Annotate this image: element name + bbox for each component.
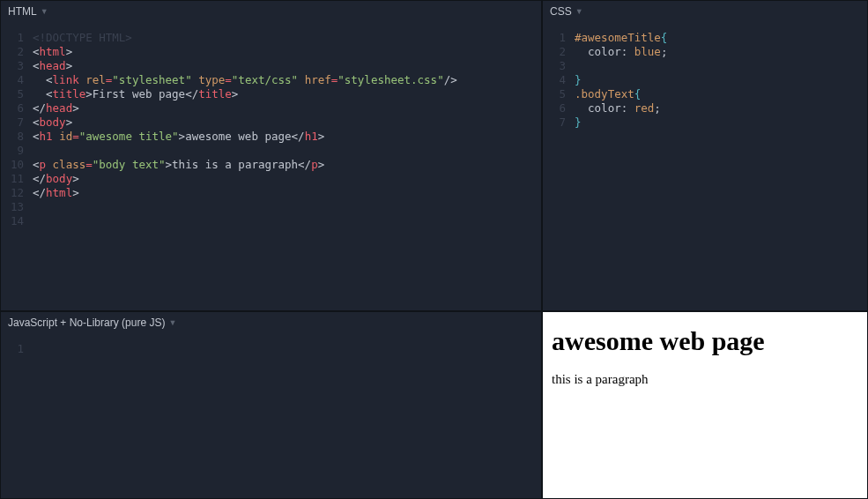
js-editor-pane: JavaScript + No-Library (pure JS) ▼ 1: [0, 311, 542, 499]
dropdown-icon: ▼: [41, 7, 48, 16]
js-code-area[interactable]: 1: [1, 333, 541, 498]
html-pane-header[interactable]: HTML ▼: [1, 1, 541, 22]
dropdown-icon: ▼: [575, 7, 583, 16]
js-pane-label: JavaScript + No-Library (pure JS): [8, 317, 165, 329]
css-editor-pane: CSS ▼ 1234567 #awesomeTitle{ color: blue…: [542, 0, 868, 311]
html-editor-pane: HTML ▼ 1234567891011121314 <!DOCTYPE HTM…: [0, 0, 542, 311]
html-pane-label: HTML: [8, 5, 37, 18]
html-code-area[interactable]: 1234567891011121314 <!DOCTYPE HTML><html…: [1, 22, 541, 310]
result-pane: awesome web page this is a paragraph: [542, 311, 868, 499]
preview-heading: awesome web page: [552, 326, 858, 356]
preview-paragraph: this is a paragraph: [552, 372, 858, 387]
html-gutter: 1234567891011121314: [1, 31, 33, 310]
dropdown-icon: ▼: [168, 318, 176, 327]
js-pane-header[interactable]: JavaScript + No-Library (pure JS) ▼: [1, 312, 541, 333]
css-code[interactable]: #awesomeTitle{ color: blue; }.bodyText{ …: [575, 31, 867, 310]
css-gutter: 1234567: [543, 31, 575, 310]
js-gutter: 1: [1, 342, 33, 498]
css-pane-label: CSS: [550, 5, 572, 18]
css-code-area[interactable]: 1234567 #awesomeTitle{ color: blue; }.bo…: [543, 22, 867, 310]
css-pane-header[interactable]: CSS ▼: [543, 1, 867, 22]
html-code[interactable]: <!DOCTYPE HTML><html><head> <link rel="s…: [33, 31, 541, 310]
js-code[interactable]: [33, 342, 541, 498]
